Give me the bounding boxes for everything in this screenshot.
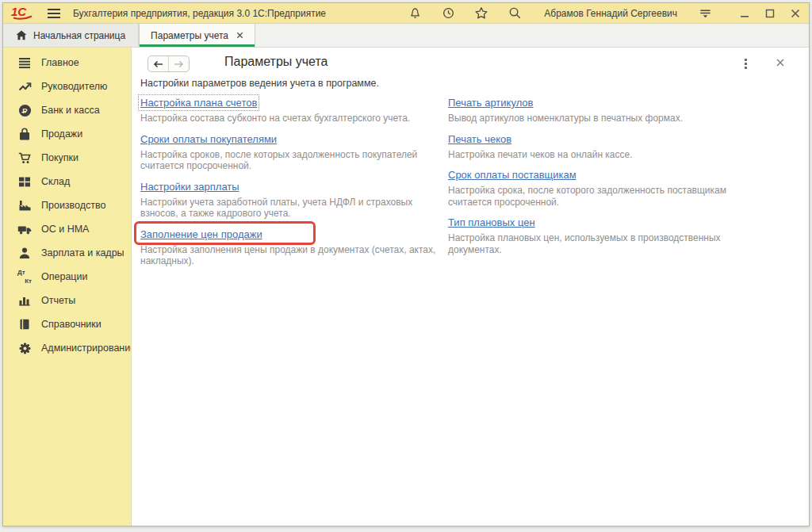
- link-description: Настройка плановых цен, используемых в п…: [448, 232, 772, 255]
- sidebar-item-label: Операции: [41, 271, 87, 282]
- bell-icon[interactable]: [408, 6, 422, 21]
- link-description: Вывод артикулов номенклатуры в печатных …: [448, 113, 772, 124]
- history-icon[interactable]: [441, 6, 455, 21]
- tab-close-icon[interactable]: [236, 32, 243, 39]
- bag-icon: [17, 127, 32, 141]
- settings-column-left: Настройка плана счетов Настройка состава…: [140, 95, 438, 274]
- setting-group: Печать чеков Настройка печати чеков на о…: [448, 132, 772, 161]
- link-description: Настройки учета заработной платы, учета …: [140, 197, 438, 220]
- sidebar-item-proizvodstvo[interactable]: Производство: [3, 193, 131, 217]
- maximize-icon[interactable]: [764, 8, 776, 19]
- sidebar-item-os-i-nma[interactable]: ОС и НМА: [3, 217, 131, 241]
- minimize-icon[interactable]: [739, 8, 750, 19]
- star-icon[interactable]: [474, 6, 488, 21]
- main-menu-icon[interactable]: [48, 9, 60, 18]
- settings-column-right: Печать артикулов Вывод артикулов номенкл…: [448, 95, 772, 274]
- setting-group: Тип плановых цен Настройка плановых цен,…: [448, 215, 772, 255]
- dt-kt-icon: ДтКт: [17, 270, 32, 284]
- link-description: Настройка состава субконто на счетах бух…: [140, 113, 438, 124]
- sidebar-item-pokupki[interactable]: Покупки: [3, 146, 131, 170]
- more-menu-icon[interactable]: [740, 58, 751, 69]
- link-sroki-oplaty-pokupatelyami[interactable]: Сроки оплаты покупателями: [140, 133, 277, 145]
- sidebar-item-label: Зарплата и кадры: [41, 247, 124, 258]
- forward-button[interactable]: [169, 56, 189, 71]
- tab-label: Параметры учета: [151, 30, 228, 41]
- sidebar-item-otchety[interactable]: Отчеты: [3, 289, 131, 312]
- sidebar-item-label: Производство: [41, 200, 106, 211]
- gear-icon: [17, 341, 32, 355]
- service-settings-icon[interactable]: [698, 6, 712, 21]
- grid-icon: [17, 174, 32, 189]
- current-user[interactable]: Абрамов Геннадий Сергеевич: [544, 8, 677, 19]
- sidebar-item-label: ОС и НМА: [41, 224, 89, 235]
- sidebar-item-label: Администрирование: [41, 343, 132, 354]
- sidebar-item-rukovoditelyu[interactable]: Руководителю: [3, 75, 131, 98]
- close-window-icon[interactable]: [790, 8, 801, 19]
- link-zapolnenie-cen-prodazhi[interactable]: Заполнение цен продажи: [140, 228, 262, 240]
- book-icon: [17, 317, 32, 331]
- sidebar-item-label: Отчеты: [41, 295, 75, 306]
- sidebar-item-label: Главное: [41, 57, 79, 68]
- content-panel: Параметры учета Настройки параметров вед…: [132, 48, 809, 526]
- page-subtitle: Настройки параметров ведения учета в про…: [140, 78, 379, 89]
- link-nastroika-plana-schetov[interactable]: Настройка плана счетов: [140, 97, 257, 109]
- link-tip-planovyh-cen[interactable]: Тип плановых цен: [448, 216, 535, 228]
- link-description: Настройка сроков, после которых задолжен…: [140, 149, 438, 172]
- screen: 1С Бухгалтерия предприятия, редакция 3.0…: [0, 0, 812, 532]
- settings-columns: Настройка плана счетов Настройка состава…: [140, 95, 802, 274]
- link-srok-oplaty-postavshchikam[interactable]: Срок оплаты поставщикам: [448, 169, 576, 181]
- sidebar-item-label: Банк и касса: [41, 105, 100, 116]
- link-nastroiki-zarplaty[interactable]: Настройки зарплаты: [140, 181, 239, 193]
- link-pechat-chekov[interactable]: Печать чеков: [448, 133, 511, 145]
- sidebar-item-label: Продажи: [41, 128, 82, 140]
- sidebar-item-administrirovanie[interactable]: Администрирование: [3, 336, 131, 360]
- window-title: Бухгалтерия предприятия, редакция 3.0 1С…: [73, 8, 326, 19]
- ruble-circle-icon: Р: [17, 103, 32, 117]
- sidebar-item-zarplata-i-kadry[interactable]: Зарплата и кадры: [3, 241, 131, 265]
- cart-icon: [17, 151, 32, 165]
- sidebar-item-sklad[interactable]: Склад: [3, 170, 131, 193]
- sidebar-item-spravochniki[interactable]: Справочники: [3, 312, 131, 336]
- link-pechat-artikulov[interactable]: Печать артикулов: [448, 97, 534, 109]
- setting-group: Печать артикулов Вывод артикулов номенкл…: [448, 95, 772, 124]
- sidebar-item-label: Руководителю: [41, 81, 107, 92]
- trend-arrow-icon: [17, 79, 32, 94]
- link-description: Настройка печати чеков на онлайн кассе.: [448, 149, 772, 161]
- link-description: Настройка срока, после которого задолжен…: [448, 185, 772, 208]
- sidebar-item-operacii[interactable]: ДтКт Операции: [3, 265, 131, 289]
- home-icon: [16, 30, 27, 40]
- sidebar-item-label: Справочники: [41, 319, 102, 330]
- sidebar-item-label: Склад: [41, 176, 70, 187]
- truck-icon: [17, 222, 32, 236]
- sidebar-item-bank-i-kassa[interactable]: Р Банк и касса: [3, 98, 131, 122]
- app-window: 1С Бухгалтерия предприятия, редакция 3.0…: [2, 2, 810, 526]
- page-title: Параметры учета: [224, 55, 327, 69]
- tab-home-page[interactable]: Начальная страница: [3, 24, 139, 47]
- svg-text:Р: Р: [22, 105, 27, 114]
- sidebar-item-label: Покупки: [41, 152, 79, 163]
- close-form-icon[interactable]: [776, 58, 785, 67]
- setting-group: Настройка плана счетов Настройка состава…: [140, 95, 438, 124]
- menu-lines-icon: [17, 55, 32, 70]
- link-description: Настройка заполнения цены продажи в доку…: [140, 244, 438, 267]
- search-icon[interactable]: [508, 6, 522, 21]
- tab-parametry-ucheta[interactable]: Параметры учета: [139, 24, 255, 47]
- setting-group: Срок оплаты поставщикам Настройка срока,…: [448, 167, 772, 208]
- factory-icon: [17, 198, 32, 212]
- tab-label: Начальная страница: [33, 30, 125, 41]
- section-sidebar: Главное Руководителю Р Банк и касса: [3, 48, 132, 526]
- sidebar-item-glavnoe[interactable]: Главное: [3, 51, 131, 75]
- person-icon: [17, 246, 32, 260]
- svg-text:1С: 1С: [11, 6, 27, 18]
- window-titlebar: 1С Бухгалтерия предприятия, редакция 3.0…: [3, 3, 809, 24]
- 1c-logo-icon: 1С: [11, 6, 36, 21]
- bar-chart-icon: [17, 293, 32, 308]
- back-button[interactable]: [148, 56, 169, 71]
- sidebar-item-prodazhi[interactable]: Продажи: [3, 122, 131, 146]
- setting-group: Сроки оплаты покупателями Настройка срок…: [140, 132, 438, 172]
- tab-bar: Начальная страница Параметры учета: [3, 24, 809, 48]
- history-nav-buttons: [147, 55, 190, 72]
- setting-group: Настройки зарплаты Настройки учета зараб…: [140, 179, 438, 220]
- setting-group-highlighted: Заполнение цен продажи Настройка заполне…: [140, 227, 438, 267]
